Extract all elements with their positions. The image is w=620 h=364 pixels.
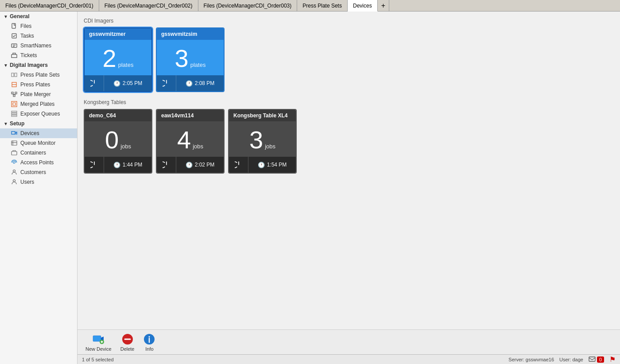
kongsberg-card-3[interactable]: Kongsberg Table XL4 3 jobs 🕐 1:54 PM: [228, 109, 297, 174]
sidebar-item-exposer-queues[interactable]: Exposer Queues: [0, 109, 77, 119]
sidebar-item-merged-plates[interactable]: Merged Plates: [0, 99, 77, 109]
cdi-card-1-number: 2: [103, 46, 116, 71]
cdi-card-2[interactable]: gsswvmitzsim 3 plates 🕐 2:08 PM: [156, 27, 225, 92]
qm-icon: [11, 139, 18, 147]
sidebar-item-files[interactable]: Files: [0, 21, 77, 31]
sidebar-section-setup: ▼ Setup: [0, 119, 77, 128]
cdi-card-1-header: gsswvmitzmer: [85, 28, 151, 40]
user-status: User: dage: [559, 357, 583, 362]
kongsberg-card-2-number: 4: [177, 128, 191, 152]
pps-label: Press Plate Sets: [20, 72, 60, 78]
svg-point-26: [149, 336, 150, 337]
sidebar-section-general: ▼ General: [0, 12, 77, 21]
message-badge: 0: [589, 356, 604, 363]
file-icon: [11, 23, 18, 30]
kongsberg-card-1-body: 0 jobs: [85, 121, 151, 157]
general-label: General: [10, 13, 30, 19]
sidebar-item-users[interactable]: Users: [0, 177, 77, 187]
sidebar-item-devices[interactable]: Devices: [0, 128, 77, 138]
content-area: CDI Imagers gsswvmitzmer 2 plates 🕐: [78, 12, 620, 364]
general-arrow: ▼: [4, 14, 8, 19]
mp-label: Merged Plates: [20, 101, 54, 107]
kongsberg-card-2-time: 🕐 2:02 PM: [176, 162, 224, 168]
cdi-card-2-time: 🕐 2:08 PM: [176, 80, 224, 87]
sidebar-item-smartnames[interactable]: SmartNames: [0, 41, 77, 50]
kongsberg-card-1-time-value: 1:44 PM: [123, 162, 143, 168]
kongsberg-card-3-power-button[interactable]: [229, 157, 248, 173]
cnt-icon: [11, 149, 18, 156]
users-label: Users: [20, 179, 34, 185]
cdi-card-1-time-value: 2:05 PM: [123, 80, 143, 86]
sidebar-item-tasks[interactable]: Tasks: [0, 31, 77, 41]
kongsberg-card-1[interactable]: demo_C64 0 jobs 🕐 1:44 PM: [84, 109, 152, 174]
sidebar-item-containers[interactable]: Containers: [0, 148, 77, 158]
clock-icon-k1: 🕐: [113, 162, 120, 168]
new-device-button[interactable]: New Device: [82, 331, 115, 353]
kongsberg-card-1-header: demo_C64: [85, 110, 151, 121]
smartnames-label: SmartNames: [20, 43, 51, 49]
svg-point-20: [13, 180, 16, 182]
smartnames-icon: [11, 42, 18, 49]
cdi-card-1-footer: 🕐 2:05 PM: [85, 75, 151, 91]
info-icon: [143, 333, 155, 345]
svg-rect-14: [12, 141, 17, 145]
kongsberg-card-2-time-value: 2:02 PM: [195, 162, 215, 168]
svg-point-19: [13, 170, 16, 172]
pm-icon: [11, 91, 18, 98]
sidebar-item-press-plate-sets[interactable]: Press Plate Sets: [0, 70, 77, 80]
svg-rect-4: [15, 73, 17, 77]
svg-rect-13: [12, 115, 17, 116]
sidebar-item-access-points[interactable]: Access Points: [0, 158, 77, 167]
digital-imagers-label: Digital Imagers: [10, 62, 48, 68]
cdi-card-2-number: 3: [175, 46, 189, 71]
cdi-card-2-body: 3 plates: [157, 40, 224, 75]
info-button[interactable]: Info: [140, 331, 159, 353]
qm-label: Queue Monitor: [20, 140, 55, 146]
cdi-cards-grid: gsswvmitzmer 2 plates 🕐 2:05 PM: [84, 27, 614, 92]
status-bar: 1 of 5 selected Server: gsswvmae16 User:…: [78, 354, 620, 364]
tickets-label: Tickets: [20, 52, 37, 58]
kongsberg-section-label: Kongsberg Tables: [84, 99, 614, 105]
svg-rect-7: [12, 92, 13, 94]
tab-press-plate-sets[interactable]: Press Plate Sets: [297, 0, 348, 11]
sidebar-item-queue-monitor[interactable]: Queue Monitor: [0, 138, 77, 148]
info-label: Info: [145, 346, 153, 352]
tab-files-order003[interactable]: Files (DeviceManagerCDI_Order003): [198, 0, 298, 11]
delete-button[interactable]: Delete: [117, 331, 138, 353]
delete-icon: [121, 333, 134, 345]
cdi-card-1[interactable]: gsswvmitzmer 2 plates 🕐 2:05 PM: [84, 27, 152, 92]
cdi-card-2-power-button[interactable]: [157, 75, 176, 91]
svg-rect-10: [12, 101, 17, 107]
svg-rect-2: [12, 44, 17, 47]
sidebar-item-press-plates[interactable]: Press Plates: [0, 80, 77, 89]
new-device-icon: [92, 333, 105, 345]
tab-add-button[interactable]: +: [378, 0, 389, 11]
badge-count: 0: [597, 356, 604, 363]
files-label: Files: [20, 23, 31, 29]
tab-files-order002[interactable]: Files (DeviceManagerCDI_Order002): [99, 0, 198, 11]
access-points-label: Access Points: [20, 159, 54, 166]
status-right: Server: gsswvmae16 User: dage 0 ⚑: [508, 355, 616, 364]
clock-icon-k3: 🕐: [258, 162, 265, 168]
tab-devices[interactable]: Devices: [348, 0, 378, 12]
sidebar: ▼ General Files Tasks SmartNames Ticke: [0, 12, 78, 364]
kongsberg-card-1-number: 0: [105, 128, 119, 152]
cdi-card-1-body: 2 plates: [85, 40, 151, 75]
sidebar-item-plate-merger[interactable]: Plate Merger: [0, 89, 77, 99]
kongsberg-card-1-power-button[interactable]: [85, 157, 104, 173]
kongsberg-card-3-footer: 🕐 1:54 PM: [229, 157, 296, 173]
sidebar-item-customers[interactable]: Customers: [0, 167, 77, 177]
customers-label: Customers: [20, 169, 46, 175]
cdi-card-1-power-button[interactable]: [85, 75, 104, 91]
kongsberg-card-2[interactable]: eaw14vm114 4 jobs 🕐 2:02 PM: [156, 109, 225, 174]
selection-status: 1 of 5 selected: [82, 357, 114, 362]
svg-rect-27: [589, 357, 595, 361]
cdi-card-2-unit: plates: [190, 62, 206, 68]
kongsberg-card-2-power-button[interactable]: [157, 157, 176, 173]
sidebar-section-digital: ▼ Digital Imagers: [0, 60, 77, 70]
pp-icon: [11, 81, 18, 88]
clock-icon-1: 🕐: [113, 80, 120, 87]
sidebar-item-tickets[interactable]: Tickets: [0, 50, 77, 60]
tab-files-order001[interactable]: Files (DeviceManagerCDI_Order001): [0, 0, 99, 11]
cdi-card-2-footer: 🕐 2:08 PM: [157, 75, 224, 91]
